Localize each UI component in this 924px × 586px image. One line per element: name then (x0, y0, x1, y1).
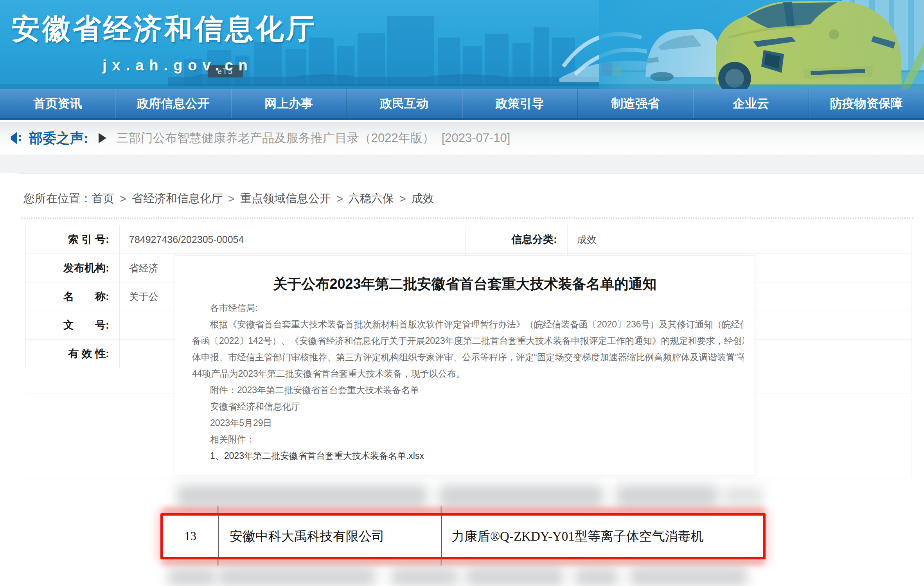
notice-line: 备函〔2022〕142号）、《安徽省经济和信息化厅关于开展2023年度第二批首台… (192, 333, 744, 349)
breadcrumb-prefix: 您所在位置： (23, 191, 92, 207)
nav-item-enterprise-cloud[interactable]: 企业云 (693, 89, 808, 118)
banner-bottom-strip (0, 84, 924, 89)
blurred-text (466, 567, 563, 586)
breadcrumb-separator: > (399, 192, 406, 205)
notice-line: 44项产品为2023年第二批安徽省首台套重大技术装备，现予以公布。 (192, 365, 744, 382)
nav-item-gov-info[interactable]: 政府信息公开 (115, 89, 230, 118)
breadcrumb-separator: > (120, 192, 126, 205)
blurred-text (630, 567, 747, 586)
meta-label-publisher: 发布机构: (26, 254, 120, 282)
column-divider (441, 559, 442, 566)
notice-line: 体申报、市经信主管部门审核推荐、第三方评定机构组织专家评审、公示等程序，评定“固… (192, 349, 744, 365)
nav-item-interaction[interactable]: 政民互动 (346, 89, 462, 118)
meta-label-name: 名 称: (26, 282, 120, 311)
ticker-headline[interactable]: 三部门公布智慧健康养老产品及服务推广目录（2022年版） (117, 130, 435, 146)
breadcrumb-six-stability[interactable]: 六稳六保 (349, 191, 394, 207)
notice-document: 关于公布2023年第二批安徽省首台套重大技术装备名单的通知 各市经信局: 根据《… (175, 255, 755, 475)
table-row: 索 引 号: 784927436/202305-00054 信息分类: 成效 (26, 225, 911, 254)
column-divider (218, 506, 218, 513)
arrow-right-icon (99, 133, 106, 143)
meta-label-doc-number: 文 号: (26, 311, 120, 339)
row-index: 13 (163, 516, 218, 557)
notice-date: 2023年5月29日 (192, 415, 744, 431)
breadcrumb: 您所在位置： 首页 > 省经济和信息化厅 > 重点领域信息公开 > 六稳六保 >… (23, 191, 434, 207)
breadcrumb-key-info[interactable]: 重点领域信息公开 (240, 191, 331, 207)
nav-item-home[interactable]: 首页资讯 (0, 89, 115, 118)
meta-value-index: 784927436/202305-00054 (120, 225, 466, 253)
nav-item-policy[interactable]: 政策引导 (462, 89, 577, 118)
notice-title: 关于公布2023年第二批安徽省首台套重大技术装备名单的通知 (175, 275, 755, 294)
attachment-xlsx-link[interactable]: 1、2023年第二批安徽省首台套重大技术装备名单.xlsx (192, 448, 744, 464)
site-banner: eT5 安徽省经济和信息化厅 jx.ah.gov.cn (0, 0, 924, 89)
breadcrumb-separator: > (336, 192, 343, 205)
meta-value-category: 成效 (568, 225, 912, 253)
nav-item-manufacturing[interactable]: 制造强省 (577, 89, 693, 118)
meta-label-validity: 有 效 性: (26, 340, 120, 368)
nav-item-epidemic-supplies[interactable]: 防疫物资保障 (809, 89, 924, 118)
main-nav: 首页资讯 政府信息公开 网上办事 政民互动 政策引导 制造强省 企业云 防疫物资… (0, 89, 924, 120)
blurred-text (177, 485, 427, 507)
breadcrumb-dept[interactable]: 省经济和信息化厅 (132, 191, 223, 207)
ticker-label: 部委之声: (29, 129, 88, 147)
meta-label-index: 索 引 号: (26, 225, 120, 253)
notice-line: 各市经信局: (192, 300, 744, 316)
row-product: 力康盾®Q-ZKDY-Y01型等离子体空气消毒机 (441, 516, 763, 557)
breadcrumb-home[interactable]: 首页 (92, 191, 114, 207)
blurred-text (616, 485, 718, 507)
blurred-text (219, 567, 376, 586)
factory-cars-photo (599, 0, 924, 89)
nav-item-online-service[interactable]: 网上办事 (231, 89, 346, 118)
breadcrumb-results[interactable]: 成效 (412, 191, 434, 207)
site-url: jx.ah.gov.cn (102, 57, 253, 74)
speaker-icon (8, 130, 23, 146)
page: eT5 安徽省经济和信息化厅 jx.ah.gov.cn 首页资讯 政府信息公开 … (0, 0, 924, 586)
notice-attachment-ref: 附件：2023年第二批安徽省首台套重大技术装备名单 (192, 382, 744, 398)
column-divider (441, 506, 442, 513)
blurred-text (724, 487, 763, 505)
blurred-text (391, 568, 458, 586)
notice-issuer: 安徽省经济和信息化厅 (192, 398, 744, 415)
highlighted-table-row: 13 安徽中科大禹科技有限公司 力康盾®Q-ZKDY-Y01型等离子体空气消毒机 (160, 513, 766, 559)
news-ticker: 部委之声: 三部门公布智慧健康养老产品及服务推广目录（2022年版） [2023… (0, 122, 924, 155)
row-company: 安徽中科大禹科技有限公司 (218, 516, 441, 557)
related-attachments-label: 相关附件： (192, 431, 744, 448)
blurred-text (168, 568, 215, 586)
dotted-divider (22, 218, 913, 219)
column-divider (218, 559, 218, 566)
ticker-date: [2023-07-10] (442, 131, 511, 145)
red-blur (162, 560, 765, 564)
notice-body: 各市经信局: 根据《安徽省首台套重大技术装备首批次新材料首版次软件评定管理暂行办… (192, 300, 744, 464)
blurred-text (439, 485, 603, 507)
meta-label-category: 信息分类: (466, 225, 568, 253)
notice-line: 根据《安徽省首台套重大技术装备首批次新材料首版次软件评定管理暂行办法》（皖经信装… (192, 316, 744, 333)
site-title: 安徽省经济和信息化厅 (12, 10, 317, 48)
breadcrumb-separator: > (228, 192, 235, 205)
red-blur (162, 509, 765, 512)
divider-strip (0, 155, 924, 173)
blurred-text (575, 568, 618, 586)
